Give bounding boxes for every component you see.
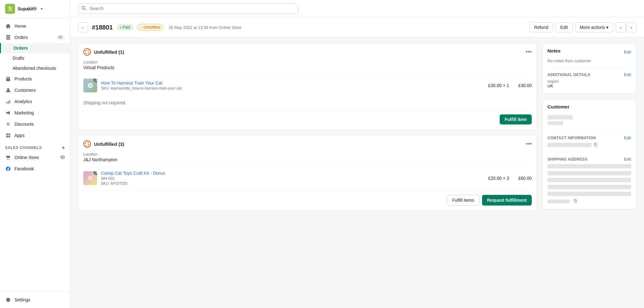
search-input[interactable] (78, 3, 298, 14)
sidebar-item-home[interactable]: Home (0, 20, 70, 32)
copy-email-icon[interactable] (593, 142, 598, 148)
additional-details-edit-link[interactable]: Edit (624, 72, 631, 77)
contact-edit-link[interactable]: Edit (624, 135, 631, 140)
topbar (70, 0, 644, 17)
order-body: Unfulfilled (1) ••• Location Virtual Pro… (70, 38, 644, 308)
svg-rect-6 (9, 100, 10, 104)
contact-email-row (547, 142, 631, 148)
unfulfilled-icon-1 (83, 48, 91, 56)
paid-badge: Paid (117, 24, 133, 30)
sidebar-item-facebook[interactable]: Facebook (0, 163, 70, 174)
more-actions-button[interactable]: More actions ▾ (575, 22, 613, 32)
notes-card: Notes Edit No notes from customer ADDITI… (542, 43, 636, 94)
svg-rect-10 (6, 134, 8, 135)
sidebar-item-customers[interactable]: Customers (0, 85, 70, 96)
svg-line-18 (85, 9, 86, 10)
notes-title: Notes (547, 48, 561, 53)
shipping-copy-row (547, 199, 631, 204)
refund-button[interactable]: Refund (530, 22, 553, 32)
online-store-view-icon[interactable] (60, 155, 65, 161)
shipping-section-header: SHIPPING ADDRESS Edit (547, 157, 631, 162)
notes-edit-link[interactable]: Edit (624, 50, 631, 54)
sidebar-item-abandoned-label: Abandoned checkouts (13, 66, 56, 71)
sidebar-item-facebook-label: Facebook (14, 166, 34, 171)
customers-icon (5, 87, 11, 93)
svg-rect-13 (8, 136, 10, 137)
sidebar-item-online-store-label: Online Store (14, 155, 39, 160)
additional-details-header: ADDITIONAL DETAILS Edit (547, 72, 631, 77)
sidebar-nav: Home Orders 85 Orders Drafts Abandoned c… (0, 18, 70, 291)
sidebar-item-apps-label: Apps (14, 133, 25, 138)
product-total-2: £60.00 (513, 176, 532, 181)
unfulfilled-card-1-header: Unfulfilled (1) ••• (83, 48, 532, 56)
sidebar-item-discounts[interactable]: Discounts (0, 118, 70, 130)
prev-order-button[interactable]: ‹ (616, 22, 626, 32)
add-sales-channel-btn[interactable]: + (62, 145, 65, 151)
edit-button[interactable]: Edit (556, 22, 573, 32)
notes-card-header: Notes Edit (547, 48, 631, 56)
unfulfilled-card-2: Unfulfilled (3) ••• Location J&J Northam… (78, 135, 537, 211)
sidebar-item-settings[interactable]: Settings (0, 294, 70, 305)
location-value-2: J&J Northampton (83, 157, 532, 162)
svg-rect-4 (6, 102, 7, 104)
shipping-note-1: Shipping not required. (83, 96, 532, 109)
order-number: #18801 (92, 24, 113, 31)
facebook-icon (5, 166, 11, 172)
sidebar-item-marketing[interactable]: Marketing (0, 107, 70, 118)
sidebar-item-drafts[interactable]: Drafts (0, 53, 70, 63)
unfulfilled-card-2-menu[interactable]: ••• (526, 141, 532, 147)
request-fulfillment-button[interactable]: Request fulfillment (482, 195, 532, 206)
nav-arrows: ‹ › (616, 22, 636, 32)
sidebar-item-analytics-label: Analytics (14, 99, 32, 104)
svg-point-8 (8, 124, 10, 126)
unfulfilled-card-1-menu[interactable]: ••• (526, 49, 532, 55)
product-image-1: 1 (83, 79, 97, 92)
products-icon (5, 76, 11, 82)
sidebar-item-analytics[interactable]: Analytics (0, 96, 70, 107)
home-icon (5, 23, 11, 29)
customer-card-header: Customer (547, 104, 631, 112)
header-actions: Refund Edit More actions ▾ ‹ › (530, 22, 636, 32)
online-store-icon (5, 154, 11, 161)
fulfill-items-button[interactable]: Fulfill items (447, 195, 480, 206)
product-total-1: £30.00 (513, 83, 532, 88)
unfulfilled-card-2-title: Unfulfilled (3) (94, 141, 523, 147)
order-sidebar: Notes Edit No notes from customer ADDITI… (542, 43, 636, 303)
sidebar-item-orders[interactable]: Orders 85 (0, 32, 70, 43)
unfulfilled-icon-2 (83, 140, 91, 148)
next-order-button[interactable]: › (626, 22, 636, 32)
content-area: ← #18801 Paid Unfulfilled 26 May 2021 at… (70, 17, 644, 308)
product-link-1[interactable]: How To Harness Train Your Cat (101, 80, 162, 85)
sidebar-bottom: Settings (0, 291, 70, 308)
contact-section: CONTACT INFORMATION Edit (547, 131, 631, 148)
chevron-down-icon: ▾ (606, 25, 608, 30)
sidebar-item-orders-sub[interactable]: Orders (0, 43, 70, 53)
region-label: region (547, 79, 631, 84)
product-sku-2: SKU: MYOTDO (101, 181, 480, 186)
sidebar-item-apps[interactable]: Apps (0, 130, 70, 141)
svg-point-16 (62, 156, 64, 158)
sidebar-item-abandoned[interactable]: Abandoned checkouts (0, 63, 70, 73)
location-label-2: Location (83, 152, 532, 157)
contact-title: CONTACT INFORMATION (547, 136, 624, 140)
product-row-1: 1 How To Harness Train Your Cat SKU: lea… (83, 74, 532, 96)
sidebar-item-products[interactable]: Products (0, 73, 70, 85)
svg-rect-2 (6, 39, 10, 40)
sidebar-item-online-store[interactable]: Online Store (0, 152, 70, 163)
unfulfilled-badge: Unfulfilled (137, 24, 164, 31)
shipping-edit-link[interactable]: Edit (624, 157, 631, 162)
customer-name (547, 114, 631, 120)
contact-section-header: CONTACT INFORMATION Edit (547, 135, 631, 140)
product-link-2[interactable]: Catnip Cat Toys Craft Kit - Donut (101, 171, 165, 176)
main-content: ← #18801 Paid Unfulfilled 26 May 2021 at… (70, 0, 644, 308)
sidebar-item-discounts-label: Discounts (14, 122, 34, 127)
copy-address-icon[interactable] (573, 199, 578, 204)
back-button[interactable]: ← (78, 22, 88, 32)
svg-point-3 (7, 88, 9, 91)
svg-rect-1 (6, 37, 10, 38)
order-date: 26 May 2021 at 13:58 from Online Store (169, 25, 241, 30)
sidebar-item-drafts-label: Drafts (13, 56, 24, 61)
fulfill-item-button[interactable]: Fulfill item (500, 114, 532, 124)
order-header: ← #18801 Paid Unfulfilled 26 May 2021 at… (70, 17, 644, 38)
sidebar-header: S Supakit® ▼ (0, 0, 70, 18)
